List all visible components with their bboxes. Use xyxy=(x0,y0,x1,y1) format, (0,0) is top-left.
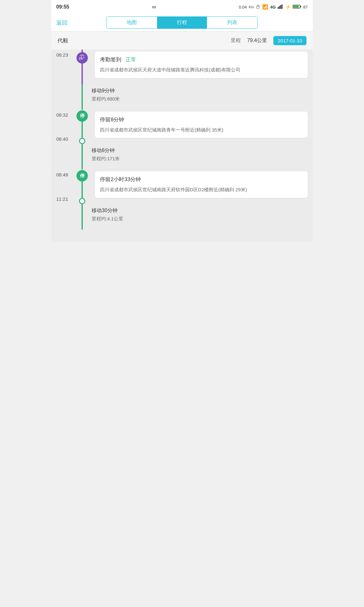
time-move3 xyxy=(56,204,76,230)
card-title-stop2: 停留2小时33分钟 xyxy=(100,176,303,183)
line-move1 xyxy=(82,84,83,110)
line-bottom-checkin xyxy=(82,64,83,84)
battery-icon xyxy=(293,4,301,10)
bars-icon xyxy=(278,4,283,10)
clock-icon: ⏱ xyxy=(256,4,260,10)
main-content: 08:23 xyxy=(51,50,313,242)
move-distance-2: 里程约:171米 xyxy=(92,156,308,162)
timeline-item-stop1: 08:32 08:40 停 停留8分钟 四川省成都市武侯区世纪城南路青年一号附近… xyxy=(56,110,308,144)
signal-icon: 4G xyxy=(270,5,276,9)
svg-rect-0 xyxy=(278,7,279,9)
back-button[interactable]: 返回 xyxy=(56,19,106,27)
stop1-dot xyxy=(79,138,85,144)
card-address-stop2: 四川省成都市武侯区世纪城南路天府软件园D区D2楼附近(精确到 29米) xyxy=(100,186,303,193)
status-time: 09:55 xyxy=(56,4,69,10)
line-move2 xyxy=(82,144,83,169)
mileage-label: 里程 xyxy=(231,37,241,44)
tab-trip[interactable]: 行程 xyxy=(157,17,207,28)
timeline: 08:23 xyxy=(51,50,313,242)
timeline-item-checkin: 08:23 xyxy=(56,50,308,84)
info-bar: 代毅 里程 79.4公里 2017-01-10 xyxy=(51,32,313,50)
line-stop1 xyxy=(82,122,83,138)
card-checkin: 考勤签到 正常 四川省成都市武侯区天府大道中段辅路靠近腾讯科技(成都)有限公司 xyxy=(95,52,308,78)
infinity-icon: ∞ xyxy=(152,4,156,10)
stop2-icon: 停 xyxy=(76,170,88,181)
driver-name: 代毅 xyxy=(58,37,68,44)
svg-rect-6 xyxy=(293,5,299,8)
card-stop2: 停留2小时33分钟 四川省成都市武侯区世纪城南路天府软件园D区D2楼附近(精确到… xyxy=(95,171,308,198)
tab-list[interactable]: 列表 xyxy=(207,17,257,28)
node-col-checkin xyxy=(76,50,88,84)
timeline-item-stop2: 08:48 11:21 停 停留2小时33分钟 四川省成都市武侯区世纪城南路天府… xyxy=(56,169,308,204)
time-move2 xyxy=(56,144,76,169)
top-nav: 返回 地图 行程 列表 xyxy=(51,14,313,32)
speed-value: 0.04 xyxy=(239,5,247,9)
time-stop1: 08:32 08:40 xyxy=(56,110,76,144)
time-stop2: 08:48 11:21 xyxy=(56,169,76,204)
status-right: 0.04 K/s ⏱ 📶 4G ⚡ 87 xyxy=(239,4,308,10)
speed-unit: K/s xyxy=(249,5,254,9)
card-col-stop2: 停留2小时33分钟 四川省成都市武侯区世纪城南路天府软件园D区D2楼附近(精确到… xyxy=(92,169,308,204)
time-checkin: 08:23 xyxy=(56,50,76,84)
node-col-stop1: 停 xyxy=(76,110,88,144)
move-content-1: 移动9分钟 里程约:680米 xyxy=(92,84,308,110)
tab-map[interactable]: 地图 xyxy=(107,17,157,28)
move-content-2: 移动8分钟 里程约:171米 xyxy=(92,144,308,169)
move-content-3: 移动30分钟 里程约:4.1公里 xyxy=(92,204,308,230)
status-bar: 09:55 ∞ 0.04 K/s ⏱ 📶 4G ⚡ 87 xyxy=(51,0,313,14)
mileage-value: 79.4公里 xyxy=(247,37,267,44)
card-title-checkin: 考勤签到 正常 xyxy=(100,56,303,63)
card-stop1: 停留8分钟 四川省成都市武侯区世纪城南路青年一号附近(精确到 35米) xyxy=(95,112,308,138)
svg-rect-2 xyxy=(280,5,281,9)
card-title-stop1: 停留8分钟 xyxy=(100,116,303,123)
move-segment-1: 移动9分钟 里程约:680米 xyxy=(56,84,308,110)
node-col-move1 xyxy=(76,84,88,110)
move-duration-2: 移动8分钟 xyxy=(92,147,308,154)
card-col-checkin: 考勤签到 正常 四川省成都市武侯区天府大道中段辅路靠近腾讯科技(成都)有限公司 xyxy=(92,50,308,84)
move-segment-3: 移动30分钟 里程约:4.1公里 xyxy=(56,204,308,230)
time-move1 xyxy=(56,84,76,110)
node-col-move3 xyxy=(76,204,88,230)
wifi-icon: 📶 xyxy=(262,4,268,10)
move-duration-3: 移动30分钟 xyxy=(92,207,308,214)
line-stop2 xyxy=(82,181,83,198)
move-duration-1: 移动9分钟 xyxy=(92,88,308,94)
svg-rect-5 xyxy=(300,6,301,7)
stop1-icon: 停 xyxy=(76,110,88,122)
line-top-checkin xyxy=(82,50,83,52)
move-distance-3: 里程约:4.1公里 xyxy=(92,216,308,222)
svg-rect-1 xyxy=(279,6,280,9)
move-segment-2: 移动8分钟 里程约:171米 xyxy=(56,144,308,169)
move-distance-1: 里程约:680米 xyxy=(92,96,308,102)
date-badge: 2017-01-10 xyxy=(273,36,306,45)
node-col-move2 xyxy=(76,144,88,169)
nav-tabs: 地图 行程 列表 xyxy=(106,16,258,29)
svg-rect-3 xyxy=(282,4,282,9)
card-address-checkin: 四川省成都市武侯区天府大道中段辅路靠近腾讯科技(成都)有限公司 xyxy=(100,66,303,74)
stop2-dot xyxy=(79,198,85,204)
battery-percent: 87 xyxy=(303,5,308,9)
charging-icon: ⚡ xyxy=(285,4,291,9)
card-address-stop1: 四川省成都市武侯区世纪城南路青年一号附近(精确到 35米) xyxy=(100,126,303,134)
checkin-icon xyxy=(76,52,88,64)
line-move3 xyxy=(82,204,83,230)
card-col-stop1: 停留8分钟 四川省成都市武侯区世纪城南路青年一号附近(精确到 35米) xyxy=(92,110,308,144)
node-col-stop2: 停 xyxy=(76,169,88,204)
